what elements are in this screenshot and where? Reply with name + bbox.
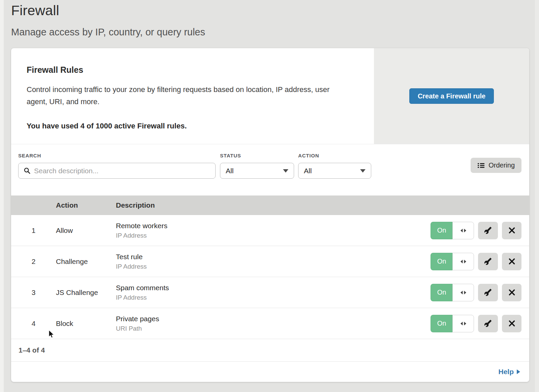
edit-rule-button[interactable] (478, 222, 498, 239)
wrench-icon (484, 320, 492, 327)
ordering-label: Ordering (488, 161, 515, 169)
wrench-icon (484, 258, 492, 265)
row-controls: On (431, 253, 521, 270)
toggle-arrows-segment[interactable] (452, 284, 474, 301)
row-description: Remote workers IP Address (116, 222, 431, 239)
wrench-icon (484, 227, 492, 234)
delete-rule-button[interactable] (502, 315, 521, 332)
edit-rule-button[interactable] (478, 315, 498, 332)
row-match-field: IP Address (116, 294, 431, 301)
row-number: 4 (11, 320, 56, 328)
left-right-arrows-icon (460, 260, 467, 264)
screen-edge-right (535, 0, 539, 392)
chevron-down-icon (283, 169, 288, 173)
help-label: Help (498, 368, 514, 376)
status-group: STATUS All (220, 153, 294, 179)
rule-enabled-toggle[interactable]: On (431, 222, 474, 239)
page-header: Firewall Manage access by IP, country, o… (11, 3, 205, 38)
hero-text-block: Firewall Rules Control incoming traffic … (11, 48, 374, 144)
left-right-arrows-icon (460, 229, 467, 233)
pagination-text: 1–4 of 4 (19, 346, 45, 354)
action-selected-value: All (304, 167, 312, 175)
status-select[interactable]: All (220, 163, 294, 179)
left-right-arrows-icon (460, 291, 467, 295)
table-row: 1 Allow Remote workers IP Address On (11, 215, 529, 246)
rule-enabled-toggle[interactable]: On (431, 315, 474, 332)
search-input[interactable] (34, 167, 215, 175)
row-controls: On (431, 284, 521, 301)
create-firewall-rule-button[interactable]: Create a Firewall rule (409, 88, 494, 104)
rules-table-body: 1 Allow Remote workers IP Address On (11, 215, 529, 339)
search-box[interactable] (18, 163, 216, 179)
table-row: 4 Block Private pages URI Path On (11, 308, 529, 339)
status-label: STATUS (220, 153, 294, 158)
row-action: Block (56, 320, 116, 328)
delete-rule-button[interactable] (502, 253, 521, 270)
action-label: ACTION (298, 153, 371, 158)
ordered-list-icon (477, 162, 485, 169)
row-description: Test rule IP Address (116, 253, 431, 270)
toggle-on-segment[interactable]: On (431, 315, 452, 332)
x-icon (508, 289, 515, 296)
action-group: ACTION All (298, 153, 371, 179)
filters-bar: SEARCH STATUS All ACTION All (11, 144, 529, 195)
usage-text: You have used 4 of 1000 active Firewall … (27, 122, 360, 130)
delete-rule-button[interactable] (502, 222, 521, 239)
row-number: 2 (11, 258, 56, 266)
toggle-arrows-segment[interactable] (452, 315, 474, 332)
create-panel: Create a Firewall rule (374, 48, 529, 144)
x-icon (508, 227, 515, 234)
row-number: 3 (11, 289, 56, 297)
rule-enabled-toggle[interactable]: On (431, 284, 474, 301)
card-description: Control incoming traffic to your zone by… (27, 84, 347, 108)
page-subtitle: Manage access by IP, country, or query r… (11, 27, 205, 38)
hero-section: Firewall Rules Control incoming traffic … (11, 48, 529, 144)
action-select[interactable]: All (298, 163, 371, 179)
toggle-on-segment[interactable]: On (431, 253, 452, 270)
row-description-title: Test rule (116, 253, 431, 261)
row-match-field: URI Path (116, 325, 431, 332)
status-selected-value: All (226, 167, 233, 175)
edit-rule-button[interactable] (478, 253, 498, 270)
x-icon (508, 320, 515, 327)
column-header-action: Action (56, 201, 116, 209)
help-arrow-icon (517, 369, 520, 374)
chevron-down-icon (360, 169, 366, 173)
search-label: SEARCH (18, 153, 216, 158)
search-group: SEARCH (18, 153, 216, 179)
help-link[interactable]: Help (498, 368, 520, 376)
row-match-field: IP Address (116, 263, 431, 270)
row-description-title: Remote workers (116, 222, 431, 230)
table-row: 2 Challenge Test rule IP Address On (11, 246, 529, 277)
column-header-description: Description (116, 201, 529, 209)
pagination-row: 1–4 of 4 (11, 339, 529, 362)
row-controls: On (431, 315, 521, 332)
table-header: Action Description (11, 195, 529, 215)
page-title: Firewall (11, 3, 205, 19)
row-description-title: Private pages (116, 315, 431, 323)
row-action: Challenge (56, 258, 116, 266)
toggle-on-segment[interactable]: On (431, 222, 452, 239)
edit-rule-button[interactable] (478, 284, 498, 301)
rule-enabled-toggle[interactable]: On (431, 253, 474, 270)
row-description: Spam comments IP Address (116, 284, 431, 301)
row-number: 1 (11, 227, 56, 235)
screen-edge-left (0, 0, 4, 392)
row-action: JS Challenge (56, 289, 116, 297)
row-action: Allow (56, 227, 116, 235)
toggle-on-segment[interactable]: On (431, 284, 452, 301)
row-match-field: IP Address (116, 232, 431, 239)
toggle-arrows-segment[interactable] (452, 253, 474, 270)
x-icon (508, 258, 515, 265)
left-right-arrows-icon (460, 322, 467, 326)
delete-rule-button[interactable] (502, 284, 521, 301)
row-description-title: Spam comments (116, 284, 431, 292)
card-heading: Firewall Rules (27, 65, 360, 75)
row-description: Private pages URI Path (116, 315, 431, 332)
toggle-arrows-segment[interactable] (452, 222, 474, 239)
ordering-button[interactable]: Ordering (471, 158, 521, 173)
search-icon (24, 167, 31, 174)
wrench-icon (484, 289, 492, 296)
help-row: Help (11, 362, 529, 382)
row-controls: On (431, 222, 521, 239)
